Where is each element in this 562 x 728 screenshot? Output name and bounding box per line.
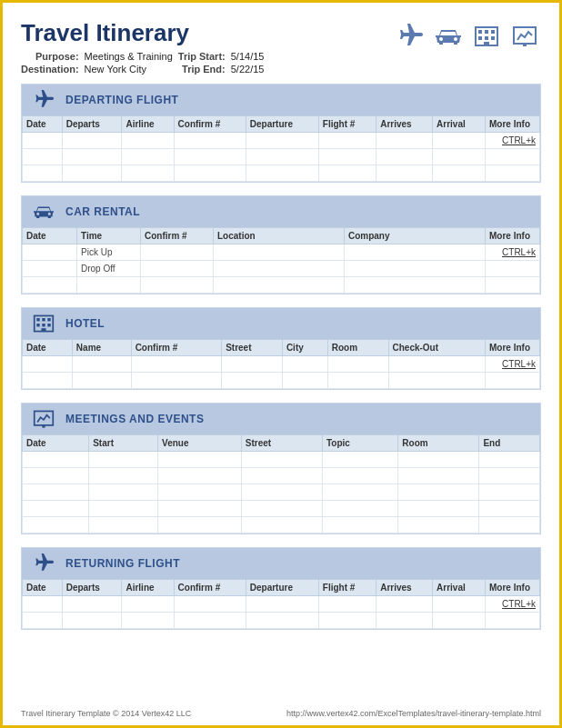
table-row — [23, 517, 540, 534]
title-block: Travel Itinerary Purpose: Meetings & Tra… — [21, 19, 264, 75]
svg-rect-12 — [36, 318, 39, 321]
col-departs: Departs — [62, 116, 122, 133]
svg-rect-6 — [491, 36, 495, 40]
table-row: Pick Up CTRL+k — [23, 244, 540, 261]
table-row: CTRL+k — [23, 356, 540, 373]
svg-rect-4 — [478, 36, 482, 40]
departing-ctrl-link[interactable]: CTRL+k — [486, 133, 540, 149]
returning-flight-header: RETURNING FLIGHT — [22, 548, 540, 579]
col-date: Date — [23, 340, 73, 356]
meetings-table: Date Start Venue Street Topic Room End — [22, 434, 540, 534]
title-meta: Purpose: Meetings & Training Trip Start:… — [21, 51, 264, 75]
table-row — [23, 149, 540, 165]
col-start: Start — [89, 435, 158, 452]
hotel-section: HOTEL Date Name Confirm # Street City Ro… — [21, 307, 541, 390]
col-company: Company — [344, 228, 485, 244]
svg-rect-1 — [478, 30, 482, 34]
returning-plane-icon — [31, 553, 56, 574]
col-date: Date — [23, 228, 77, 244]
car-rental-section: CAR RENTAL Date Time Confirm # Location … — [21, 195, 541, 294]
hotel-icon — [470, 23, 503, 50]
meeting-icon — [508, 23, 541, 50]
car-columns: Date Time Confirm # Location Company Mor… — [23, 228, 540, 244]
hotel-table: Date Name Confirm # Street City Room Che… — [22, 339, 540, 389]
svg-rect-2 — [485, 30, 488, 34]
car-icon — [432, 23, 465, 50]
table-row — [23, 501, 540, 517]
car-rental-icon — [31, 201, 56, 223]
col-arrival: Arrival — [433, 580, 486, 596]
departing-columns: Date Departs Airline Confirm # Departure… — [23, 116, 540, 133]
svg-rect-19 — [35, 411, 54, 424]
col-more-info: More Info — [486, 228, 540, 244]
col-flight: Flight # — [318, 580, 376, 596]
table-row — [23, 373, 540, 389]
trip-start-label: Trip Start: — [178, 51, 226, 62]
hotel-ctrl-link[interactable]: CTRL+k — [486, 356, 540, 373]
returning-flight-section: RETURNING FLIGHT Date Departs Airline Co… — [21, 547, 541, 630]
col-end: End — [479, 435, 540, 452]
col-city: City — [282, 340, 327, 356]
trip-start-value: 5/14/15 — [231, 51, 265, 62]
col-departure: Departure — [246, 116, 318, 133]
trip-end-label: Trip End: — [178, 64, 226, 75]
returning-ctrl-link[interactable]: CTRL+k — [486, 596, 540, 613]
returning-flight-table: Date Departs Airline Confirm # Departure… — [22, 579, 540, 629]
col-date: Date — [23, 580, 63, 596]
svg-rect-18 — [41, 328, 45, 331]
table-row — [23, 277, 540, 294]
col-arrives: Arrives — [376, 580, 433, 596]
car-rental-header: CAR RENTAL — [22, 196, 540, 227]
departing-flight-table: Date Departs Airline Confirm # Departure… — [22, 115, 540, 182]
svg-rect-3 — [491, 30, 495, 34]
destination-value: New York City — [85, 64, 173, 75]
departing-flight-header: DEPARTING FLIGHT — [22, 85, 540, 115]
table-row — [23, 468, 540, 484]
col-time: Time — [77, 228, 141, 244]
col-venue: Venue — [158, 435, 242, 452]
hotel-header: HOTEL — [22, 308, 540, 339]
car-rental-title: CAR RENTAL — [65, 205, 140, 218]
car-rental-table: Date Time Confirm # Location Company Mor… — [22, 227, 540, 294]
hotel-section-icon — [31, 313, 56, 334]
hotel-title: HOTEL — [65, 317, 105, 330]
header-icons — [394, 23, 541, 50]
col-more-info: More Info — [486, 340, 540, 356]
pickup-label: Pick Up — [77, 244, 141, 261]
returning-flight-title: RETURNING FLIGHT — [65, 557, 180, 570]
svg-rect-5 — [485, 36, 488, 40]
col-confirm: Confirm # — [174, 116, 246, 133]
col-street: Street — [241, 435, 322, 452]
page-footer: Travel Itinerary Template © 2014 Vertex4… — [21, 709, 541, 718]
page-header: Travel Itinerary Purpose: Meetings & Tra… — [21, 19, 541, 75]
col-room: Room — [327, 340, 388, 356]
col-topic: Topic — [322, 435, 397, 452]
hotel-columns: Date Name Confirm # Street City Room Che… — [23, 340, 540, 356]
meetings-title: MEETINGS AND EVENTS — [65, 413, 204, 425]
meetings-header: MEETINGS AND EVENTS — [22, 404, 540, 434]
purpose-value: Meetings & Training — [85, 51, 173, 62]
meetings-icon — [31, 408, 56, 430]
svg-rect-16 — [42, 324, 45, 326]
departing-flight-title: DEPARTING FLIGHT — [65, 94, 178, 106]
col-date: Date — [23, 435, 89, 452]
col-confirm: Confirm # — [141, 228, 214, 244]
col-flight: Flight # — [318, 116, 376, 133]
table-row — [23, 165, 540, 182]
col-arrival: Arrival — [433, 116, 486, 133]
dropoff-label: Drop Off — [77, 261, 141, 277]
col-location: Location — [214, 228, 345, 244]
returning-columns: Date Departs Airline Confirm # Departure… — [23, 580, 540, 596]
car-ctrl-link[interactable]: CTRL+k — [486, 244, 540, 261]
table-row — [23, 452, 540, 468]
destination-label: Destination: — [21, 64, 79, 75]
col-confirm: Confirm # — [131, 340, 222, 356]
col-name: Name — [72, 340, 131, 356]
col-departure: Departure — [246, 580, 318, 596]
footer-right: http://www.vertex42.com/ExcelTemplates/t… — [286, 709, 541, 718]
col-room: Room — [398, 435, 479, 452]
svg-rect-14 — [47, 318, 50, 321]
svg-rect-7 — [484, 42, 489, 45]
col-confirm: Confirm # — [174, 580, 246, 596]
table-row — [23, 484, 540, 501]
